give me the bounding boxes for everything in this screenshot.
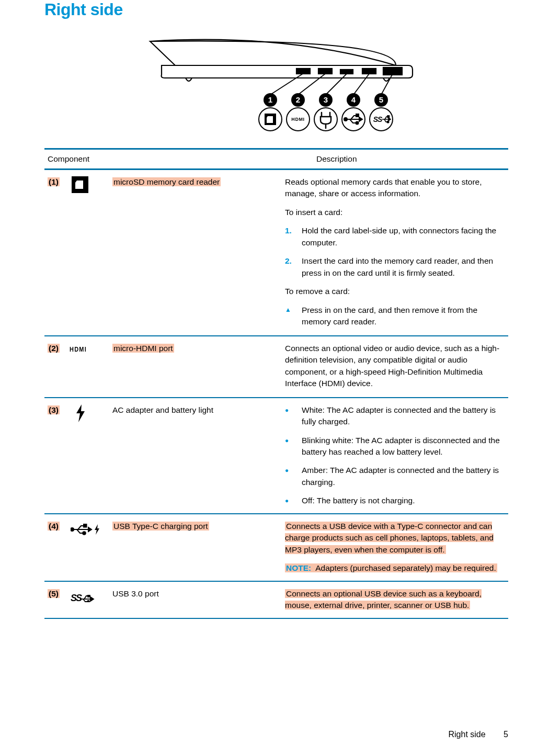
- svg-rect-2: [340, 70, 353, 74]
- svg-rect-41: [88, 595, 90, 597]
- svg-text:HDMI: HDMI: [291, 117, 304, 122]
- table-row: (4) USB Type-C charging port: [44, 514, 508, 582]
- table-row: (5) SS USB 3.0 port: [44, 582, 508, 619]
- svg-text:3: 3: [323, 95, 327, 104]
- component-description: ●White: The AC adapter is connected and …: [285, 403, 508, 508]
- component-description: Connects an optional USB device such as …: [285, 587, 508, 613]
- row-icon-cell: [70, 175, 112, 330]
- table-row: (2) HDMI micro-HDMI port Connects an opt…: [44, 336, 508, 398]
- laptop-side-diagram: 1 2 3 4 5 HDMI: [130, 34, 423, 133]
- usb-c-charging-icon: [71, 524, 103, 535]
- svg-point-39: [83, 532, 86, 535]
- svg-rect-0: [296, 69, 310, 74]
- hdmi-icon: HDMI: [70, 345, 87, 354]
- component-description: Connects an optional video or audio devi…: [285, 342, 508, 392]
- row-icon-cell: SS: [70, 587, 112, 613]
- svg-rect-38: [84, 524, 87, 527]
- table-row: (1) microSD memory card reader Reads opt…: [44, 170, 508, 336]
- component-name: AC adapter and battery light: [112, 403, 285, 508]
- row-index: (3): [44, 403, 70, 508]
- row-index: (4): [44, 520, 70, 576]
- svg-point-42: [87, 601, 89, 602]
- svg-rect-3: [362, 69, 376, 74]
- row-index: (2): [44, 342, 70, 392]
- table-row: (3) AC adapter and battery light ●White:…: [44, 398, 508, 514]
- component-description: Connects a USB device with a Type-C conn…: [285, 520, 508, 576]
- component-name: micro-HDMI port: [112, 342, 285, 392]
- svg-text:4: 4: [351, 95, 356, 104]
- row-icon-cell: [70, 520, 112, 576]
- component-description: Reads optional memory cards that enable …: [285, 175, 508, 330]
- row-icon-cell: [70, 403, 112, 508]
- svg-rect-30: [356, 114, 359, 117]
- row-index: (5): [44, 587, 70, 613]
- svg-text:2: 2: [295, 95, 300, 104]
- row-index: (1): [44, 175, 70, 330]
- svg-rect-1: [318, 69, 332, 74]
- svg-text:5: 5: [379, 95, 383, 104]
- component-name: USB 3.0 port: [112, 587, 285, 613]
- table-header: Component Description: [44, 150, 508, 170]
- page-number: 5: [504, 730, 508, 739]
- components-table: Component Description (1) microSD memory…: [44, 148, 508, 619]
- power-bolt-icon: [75, 404, 86, 422]
- svg-text:1: 1: [268, 95, 272, 104]
- svg-text:SS: SS: [373, 115, 382, 123]
- header-component: Component: [44, 154, 316, 164]
- component-name: microSD memory card reader: [112, 175, 285, 330]
- header-description: Description: [316, 154, 508, 164]
- svg-rect-4: [383, 67, 402, 75]
- svg-point-31: [356, 122, 358, 125]
- page-title: Right side: [44, 0, 508, 19]
- usb-ss-icon: SS: [71, 591, 96, 605]
- component-name: USB Type-C charging port: [112, 520, 285, 576]
- row-icon-cell: HDMI: [70, 342, 112, 392]
- microsd-icon: [72, 176, 88, 193]
- page-footer: Right side 5: [448, 730, 508, 739]
- footer-section: Right side: [448, 730, 485, 739]
